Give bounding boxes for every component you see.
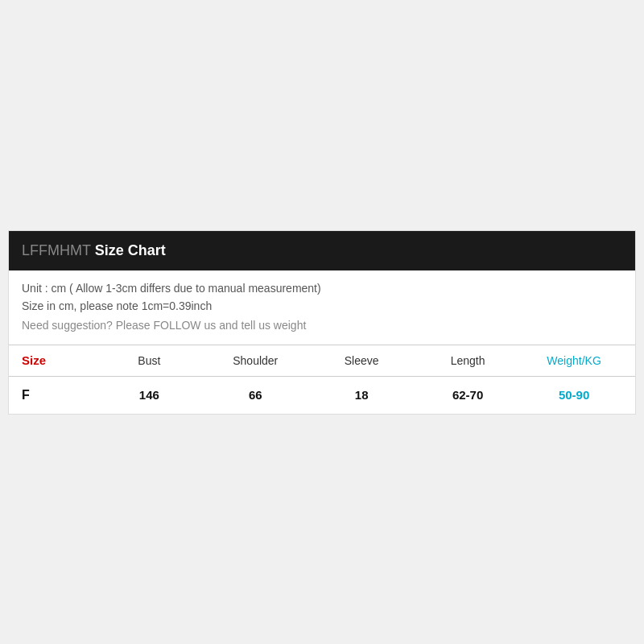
cell-weight: 50-90	[521, 388, 635, 402]
col-header-length: Length	[415, 353, 521, 368]
table-row: F 146 66 18 62-70 50-90	[9, 377, 635, 414]
cell-shoulder: 66	[202, 388, 308, 402]
cell-sleeve: 18	[308, 388, 415, 402]
size-chart-card: LFFMHMT Size Chart Unit : cm ( Allow 1-3…	[8, 230, 636, 415]
col-header-bust: Bust	[96, 353, 202, 368]
table-header-row: Size Bust Shoulder Sleeve Length Weight/…	[9, 345, 635, 377]
size-table: Size Bust Shoulder Sleeve Length Weight/…	[9, 345, 635, 414]
suggestion-note: Need suggestion? Please FOLLOW us and te…	[22, 319, 622, 332]
chart-title: LFFMHMT Size Chart	[22, 242, 166, 258]
col-header-sleeve: Sleeve	[308, 353, 415, 368]
col-header-shoulder: Shoulder	[202, 353, 308, 368]
col-header-weight: Weight/KG	[521, 353, 635, 368]
info-section: Unit : cm ( Allow 1-3cm differs due to m…	[9, 270, 635, 345]
cell-length: 62-70	[415, 388, 521, 402]
brand-name: LFFMHMT	[22, 242, 91, 258]
col-header-size: Size	[9, 353, 96, 368]
cell-bust: 146	[96, 388, 202, 402]
unit-note: Unit : cm ( Allow 1-3cm differs due to m…	[22, 282, 622, 295]
chart-label: Size Chart	[95, 242, 166, 258]
cm-note: Size in cm, please note 1cm=0.39inch	[22, 299, 622, 312]
cell-size: F	[9, 388, 96, 402]
chart-header: LFFMHMT Size Chart	[9, 231, 635, 270]
